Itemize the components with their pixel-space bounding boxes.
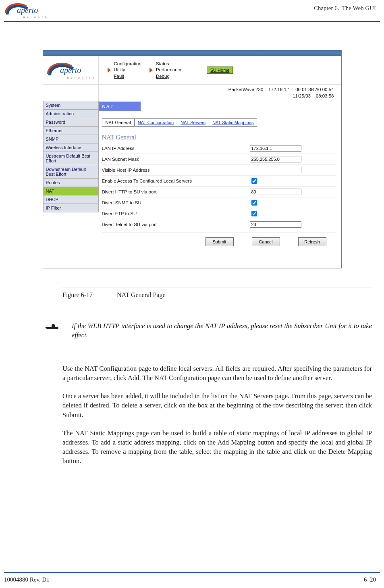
divert-telnet-label: Divert Telnet to SU via port (102, 222, 250, 227)
enable-access-label: Enable Access To Configured Local Server… (102, 179, 250, 183)
tab-nat-servers[interactable]: NAT Servers (177, 119, 209, 126)
figure-rule (62, 287, 372, 287)
aperto-logo-mark-small: aperto n e t w o r k s (46, 59, 95, 81)
nav-arrow-icon (108, 68, 111, 73)
svg-text:n e t w o r k s: n e t w o r k s (23, 15, 48, 19)
divert-telnet-input[interactable] (250, 221, 301, 228)
header-rule (4, 21, 380, 22)
sidebar-item-routes[interactable]: Routes (43, 179, 99, 187)
aperto-logo-mark: aperto n e t w o r k s (4, 1, 48, 19)
nat-form: LAN IP Address LAN Subnet Mask Visible H… (102, 143, 336, 246)
section-title: NAT General (102, 134, 341, 141)
tab-nat-static-mappings[interactable]: NAT Static Mappings (209, 119, 257, 126)
page-number: 6–20 (364, 576, 376, 583)
figure-caption: Figure 6-17 NAT General Page (62, 291, 372, 299)
nav-group-2: Status Performance Debug (156, 61, 183, 80)
visible-host-input[interactable] (250, 167, 301, 173)
visible-host-label: Visible Host IP Address (102, 168, 250, 172)
divert-ftp-label: Divert FTP to SU (102, 211, 250, 216)
sidebar-item-password[interactable]: Password (43, 118, 99, 127)
divert-http-input[interactable] (250, 189, 301, 195)
gui-logo: aperto n e t w o r k s (43, 56, 99, 85)
nav-utility[interactable]: Utility (114, 67, 141, 73)
su-home-button[interactable]: SU Home (207, 66, 233, 74)
tab-nat-general: NAT General (102, 119, 135, 126)
page-footer: 10004880 Rev. D1 6–20 (4, 576, 376, 583)
sidebar-item-dhcp[interactable]: DHCP (43, 195, 99, 204)
sidebar-item-upstream[interactable]: Upstream Default Best Effort (43, 152, 99, 165)
nav-arrow-icon (149, 68, 153, 73)
doc-number: 10004880 Rev. D1 (4, 576, 50, 583)
sidebar-item-wireless[interactable]: Wireless Interface (43, 143, 99, 152)
divert-http-label: Divert HTTP to SU via port (102, 189, 250, 194)
footer-rule (4, 572, 380, 573)
lan-mask-input[interactable] (250, 156, 301, 162)
figure-number: Figure 6-17 (62, 291, 93, 299)
browser-titlebar (43, 50, 341, 56)
pointing-hand-icon (44, 321, 60, 333)
lan-ip-label: LAN IP Address (102, 146, 250, 151)
device-info-band: PacketWave 230 172.16.1.1 00:01:3B:A0:00… (99, 85, 341, 101)
aperto-logo: aperto n e t w o r k s (4, 1, 48, 19)
svg-text:n e t w o r k s: n e t w o r k s (67, 76, 95, 79)
device-time: 08:03:58 (316, 93, 334, 98)
nav-debug[interactable]: Debug (156, 73, 183, 80)
gui-screenshot: aperto n e t w o r k s System Administra… (43, 50, 342, 268)
divert-snmp-label: Divert SNMP to SU (102, 200, 250, 205)
chapter-heading: Chapter 6. The Web GUI (314, 5, 376, 12)
svg-text:aperto: aperto (17, 6, 38, 15)
nat-tabs: NAT General NAT Configuration NAT Server… (102, 118, 257, 127)
sidebar-item-nat[interactable]: NAT (43, 187, 99, 195)
nav-group-1: Configuration Utility Fault (114, 61, 141, 80)
nav-performance[interactable]: Performance (156, 67, 183, 73)
nav-status[interactable]: Status (156, 61, 183, 67)
divert-ftp-checkbox[interactable] (251, 211, 257, 216)
nav-configuration[interactable]: Configuration (114, 61, 141, 67)
refresh-button[interactable]: Refresh (298, 237, 326, 246)
form-buttons: Submit Cancel Refresh (102, 232, 336, 246)
panel-title: NAT (99, 102, 141, 111)
sidebar-item-ipfilter[interactable]: IP Filter (43, 204, 99, 212)
para-1: Use the NAT Configuration page to define… (62, 364, 372, 382)
chapter-label: Chapter 6. (314, 5, 339, 11)
document-page: aperto n e t w o r k s Chapter 6. The We… (0, 1, 384, 588)
cancel-button[interactable]: Cancel (252, 237, 280, 246)
lan-mask-label: LAN Subnet Mask (102, 157, 250, 162)
note-text: If the WEB HTTP interface is used to cha… (72, 321, 372, 340)
tab-nat-configuration[interactable]: NAT Configuration (135, 119, 177, 126)
divert-snmp-checkbox[interactable] (251, 200, 257, 206)
device-date: 11/25/03 (293, 93, 311, 98)
sidebar-item-system[interactable]: System (43, 101, 99, 110)
sidebar-item-downstream[interactable]: Downstream Default Best Effort (43, 165, 99, 179)
device-model: PacketWave 230 (228, 87, 264, 92)
body-text: Use the NAT Configuration page to define… (62, 364, 372, 465)
page-header: aperto n e t w o r k s Chapter 6. The We… (0, 1, 384, 19)
para-3: The NAT Static Mappings page can be used… (62, 428, 372, 465)
sidebar-item-administration[interactable]: Administration (43, 110, 99, 118)
para-2: Once a server has been added, it will be… (62, 391, 372, 419)
device-ip: 172.16.1.1 (268, 87, 290, 92)
submit-button[interactable]: Submit (205, 237, 234, 246)
device-mac: 00:01:3B:A0:00:54 (295, 87, 334, 92)
top-nav: Configuration Utility Fault Status Perfo… (99, 56, 341, 85)
note: If the WEB HTTP interface is used to cha… (44, 321, 372, 340)
lan-ip-input[interactable] (250, 145, 301, 152)
sidebar-item-ethernet[interactable]: Ethernet (43, 127, 99, 135)
figure-title: NAT General Page (117, 291, 166, 299)
side-menu: System Administration Password Ethernet … (43, 101, 99, 212)
nav-fault[interactable]: Fault (114, 73, 141, 80)
enable-access-checkbox[interactable] (251, 178, 257, 184)
svg-text:aperto: aperto (60, 66, 81, 75)
sidebar-item-snmp[interactable]: SNMP (43, 135, 99, 143)
chapter-title: The Web GUI (342, 5, 376, 11)
